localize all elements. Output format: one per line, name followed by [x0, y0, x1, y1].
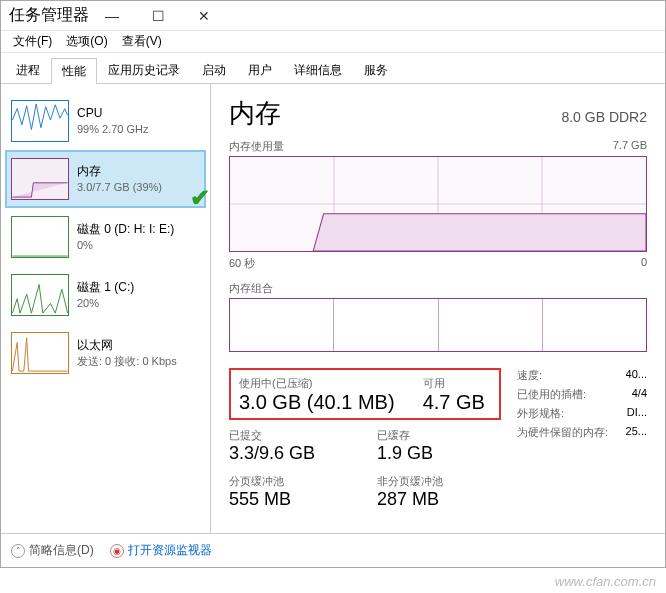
highlighted-stats: 使用中(已压缩) 3.0 GB (40.1 MB) 可用 4.7 GB: [229, 368, 501, 420]
slots-value: 4/4: [632, 387, 647, 402]
memory-usage-chart[interactable]: [229, 156, 647, 252]
ethernet-sub: 发送: 0 接收: 0 Kbps: [77, 354, 200, 369]
ethernet-thumbnail: [11, 332, 69, 374]
menu-view[interactable]: 查看(V): [116, 31, 168, 52]
tab-users[interactable]: 用户: [237, 57, 283, 83]
fewer-details-label: 简略信息(D): [29, 542, 94, 559]
cpu-thumbnail: [11, 100, 69, 142]
memory-composition-chart[interactable]: [229, 298, 647, 352]
speed-label: 速度:: [517, 368, 542, 383]
menubar: 文件(F) 选项(O) 查看(V): [1, 31, 665, 53]
reserved-label: 为硬件保留的内存:: [517, 425, 608, 440]
nonpaged-label: 非分页缓冲池: [377, 474, 443, 489]
sidebar-item-ethernet[interactable]: 以太网 发送: 0 接收: 0 Kbps: [5, 324, 206, 382]
main-title: 内存: [229, 96, 281, 131]
disk0-sub: 0%: [77, 238, 200, 253]
resmon-icon: ◉: [110, 544, 124, 558]
close-button[interactable]: ✕: [181, 1, 227, 31]
tab-startup[interactable]: 启动: [191, 57, 237, 83]
sidebar: CPU 99% 2.70 GHz 内存 3.0/7.7 GB (39%) ✔: [1, 84, 211, 533]
disk1-title: 磁盘 1 (C:): [77, 279, 200, 296]
tab-services[interactable]: 服务: [353, 57, 399, 83]
in-use-value: 3.0 GB (40.1 MB): [239, 391, 395, 414]
form-label: 外形规格:: [517, 406, 564, 421]
cpu-sub: 99% 2.70 GHz: [77, 122, 200, 137]
open-resmon-button[interactable]: ◉ 打开资源监视器: [110, 542, 212, 559]
tab-details[interactable]: 详细信息: [283, 57, 353, 83]
resmon-label: 打开资源监视器: [128, 542, 212, 559]
paged-value: 555 MB: [229, 489, 349, 510]
memory-title: 内存: [77, 163, 200, 180]
main-panel: 内存 8.0 GB DDR2 内存使用量 7.7 GB 60 秒 0: [211, 84, 665, 533]
in-use-label: 使用中(已压缩): [239, 376, 395, 391]
cached-value: 1.9 GB: [377, 443, 433, 464]
sidebar-item-disk0[interactable]: 磁盘 0 (D: H: I: E:) 0%: [5, 208, 206, 266]
usage-max: 7.7 GB: [613, 139, 647, 154]
maximize-button[interactable]: ☐: [135, 1, 181, 31]
tab-processes[interactable]: 进程: [5, 57, 51, 83]
tabs: 进程 性能 应用历史记录 启动 用户 详细信息 服务: [1, 53, 665, 84]
slots-label: 已使用的插槽:: [517, 387, 586, 402]
committed-value: 3.3/9.6 GB: [229, 443, 349, 464]
available-value: 4.7 GB: [423, 391, 485, 414]
cpu-title: CPU: [77, 105, 200, 122]
reserved-value: 25...: [626, 425, 647, 440]
menu-options[interactable]: 选项(O): [60, 31, 113, 52]
paged-label: 分页缓冲池: [229, 474, 349, 489]
ethernet-title: 以太网: [77, 337, 200, 354]
disk1-thumbnail: [11, 274, 69, 316]
axis-left: 60 秒: [229, 256, 255, 271]
nonpaged-value: 287 MB: [377, 489, 443, 510]
composition-label: 内存组合: [229, 281, 647, 296]
tab-performance[interactable]: 性能: [51, 58, 97, 84]
memory-info-table: 速度:40... 已使用的插槽:4/4 外形规格:DI... 为硬件保留的内存:…: [517, 368, 647, 520]
sidebar-item-memory[interactable]: 内存 3.0/7.7 GB (39%) ✔: [5, 150, 206, 208]
memory-sub: 3.0/7.7 GB (39%): [77, 180, 200, 195]
minimize-button[interactable]: —: [89, 1, 135, 31]
cached-label: 已缓存: [377, 428, 433, 443]
form-value: DI...: [627, 406, 647, 421]
titlebar: 任务管理器 — ☐ ✕: [1, 1, 665, 31]
footer: ˄ 简略信息(D) ◉ 打开资源监视器: [1, 533, 665, 567]
tab-app-history[interactable]: 应用历史记录: [97, 57, 191, 83]
disk0-thumbnail: [11, 216, 69, 258]
sidebar-item-disk1[interactable]: 磁盘 1 (C:) 20%: [5, 266, 206, 324]
available-label: 可用: [423, 376, 485, 391]
checkmark-icon: ✔: [190, 184, 210, 212]
disk0-title: 磁盘 0 (D: H: I: E:): [77, 221, 200, 238]
usage-label: 内存使用量: [229, 139, 284, 154]
main-subtitle: 8.0 GB DDR2: [561, 109, 647, 125]
committed-label: 已提交: [229, 428, 349, 443]
memory-thumbnail: [11, 158, 69, 200]
window-title: 任务管理器: [9, 5, 89, 26]
speed-value: 40...: [626, 368, 647, 383]
fewer-details-button[interactable]: ˄ 简略信息(D): [11, 542, 94, 559]
sidebar-item-cpu[interactable]: CPU 99% 2.70 GHz: [5, 92, 206, 150]
menu-file[interactable]: 文件(F): [7, 31, 58, 52]
disk1-sub: 20%: [77, 296, 200, 311]
chevron-up-icon: ˄: [11, 544, 25, 558]
svg-marker-5: [313, 214, 646, 251]
axis-right: 0: [641, 256, 647, 271]
watermark: www.cfan.com.cn: [555, 574, 656, 589]
